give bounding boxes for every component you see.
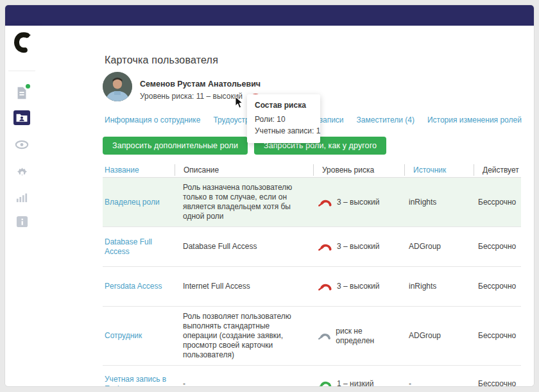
role-risk-text: риск не определен: [336, 327, 398, 346]
column-header-description[interactable]: Описание: [175, 164, 313, 176]
column-header-name[interactable]: Название: [103, 164, 175, 176]
role-source: inRights: [404, 192, 474, 212]
request-additional-roles-button[interactable]: Запросить дополнительные роли: [103, 137, 248, 155]
sidebar-item-info[interactable]: [5, 210, 38, 232]
role-risk-cell: 1 – низкий: [313, 374, 404, 386]
role-name-link[interactable]: Persdata Access: [103, 277, 175, 296]
info-icon: [14, 214, 30, 229]
role-valid-until: Бессрочно: [474, 326, 522, 346]
documents-icon: [14, 85, 30, 101]
role-description: Роль позволяет пользователю выполнять ст…: [175, 307, 313, 365]
gear-icon: [14, 164, 30, 179]
role-name-link[interactable]: Учетная запись в Exchange: [103, 370, 175, 387]
tooltip-title: Состав риска: [255, 101, 312, 110]
column-header-risk-level[interactable]: Уровень риска: [313, 164, 404, 176]
tooltip-accounts-count: Учетные записи: 1: [255, 126, 312, 135]
role-risk-text: 1 – низкий: [337, 379, 374, 386]
user-risk-level: Уровень риска: 11 – высокий: [140, 91, 262, 101]
table-row: Владелец роли Роль назначена пользовател…: [103, 178, 521, 227]
main-content: Карточка пользователя Семенов Рустам Ана…: [38, 26, 534, 386]
role-risk-cell: 3 – высокий: [313, 277, 404, 296]
role-name-link[interactable]: Сотрудник: [103, 326, 175, 346]
table-row: Сотрудник Роль позволяет пользователю вы…: [103, 307, 521, 366]
role-valid-until: Бессрочно: [474, 192, 522, 212]
tab-role-history[interactable]: История изменения ролей: [427, 115, 522, 124]
tab-employee-info[interactable]: Информация о сотруднике: [105, 115, 200, 124]
roles-table: Название Описание Уровень риска Источник…: [103, 162, 521, 386]
user-risk-label: Уровень риска: 11 – высокий: [140, 92, 243, 101]
role-name-link[interactable]: Database Full Access: [103, 232, 175, 262]
sidebar-item-monitoring[interactable]: [5, 133, 38, 155]
column-header-valid[interactable]: Действует: [474, 164, 521, 176]
user-avatar[interactable]: [103, 72, 132, 101]
mouse-cursor: [235, 96, 244, 112]
table-header-row: Название Описание Уровень риска Источник…: [103, 162, 521, 178]
sidebar-item-settings[interactable]: [5, 160, 38, 182]
role-risk-text: 3 – высокий: [337, 282, 379, 291]
role-source: -: [404, 374, 474, 386]
risk-gauge-icon: [318, 331, 330, 341]
risk-composition-tooltip: Состав риска Роли: 10 Учетные записи: 1: [247, 94, 320, 143]
role-description: Database Full Access: [175, 237, 313, 257]
role-risk-cell: риск не определен: [313, 321, 404, 351]
app-logo-icon[interactable]: [12, 31, 32, 54]
user-folder-icon: [13, 110, 30, 125]
role-source: ADGroup: [404, 237, 474, 257]
role-risk-text: 3 – высокий: [337, 198, 379, 207]
notification-badge: [26, 84, 30, 89]
bar-chart-icon: [14, 189, 30, 205]
role-valid-until: Бессрочно: [474, 277, 522, 296]
risk-gauge-icon: [318, 379, 332, 386]
app-window: Карточка пользователя Семенов Рустам Ана…: [5, 5, 534, 386]
table-row: Database Full Access Database Full Acces…: [103, 227, 521, 267]
role-source: inRights: [404, 277, 474, 296]
role-risk-cell: 3 – высокий: [313, 192, 404, 212]
risk-gauge-icon: [318, 198, 332, 207]
risk-gauge-icon: [318, 242, 332, 251]
sidebar-divider: [8, 71, 35, 71]
tooltip-roles-count: Роли: 10: [255, 115, 312, 124]
sidebar-item-users-active[interactable]: [5, 107, 38, 128]
sidebar-item-requests[interactable]: [5, 82, 38, 104]
role-valid-until: Бессрочно: [474, 237, 522, 257]
role-risk-text: 3 – высокий: [337, 242, 379, 251]
sidebar: [5, 26, 38, 386]
top-navigation-bar: [5, 5, 534, 26]
risk-gauge-icon: [318, 282, 332, 291]
column-header-source[interactable]: Источник: [404, 164, 474, 176]
tab-deputies[interactable]: Заместители (4): [357, 115, 415, 124]
role-source: ADGroup: [404, 326, 474, 346]
role-risk-cell: 3 – высокий: [313, 237, 404, 257]
action-buttons: Запросить дополнительные роли Запросить …: [103, 137, 386, 155]
role-valid-until: Бессрочно: [474, 374, 522, 386]
role-name-link[interactable]: Владелец роли: [103, 192, 175, 212]
role-description: -: [175, 374, 313, 386]
role-description: Роль назначена пользователю только в том…: [175, 178, 313, 226]
page-title: Карточка пользователя: [105, 55, 218, 66]
eye-icon: [14, 137, 30, 152]
user-full-name: Семенов Рустам Анатольевич: [140, 80, 261, 89]
table-row: Persdata Access Internet Full Access 3 –…: [103, 267, 521, 307]
sidebar-item-reports[interactable]: [5, 186, 38, 208]
role-description: Internet Full Access: [175, 277, 313, 296]
table-row: Учетная запись в Exchange - 1 – низкий -…: [103, 366, 521, 386]
